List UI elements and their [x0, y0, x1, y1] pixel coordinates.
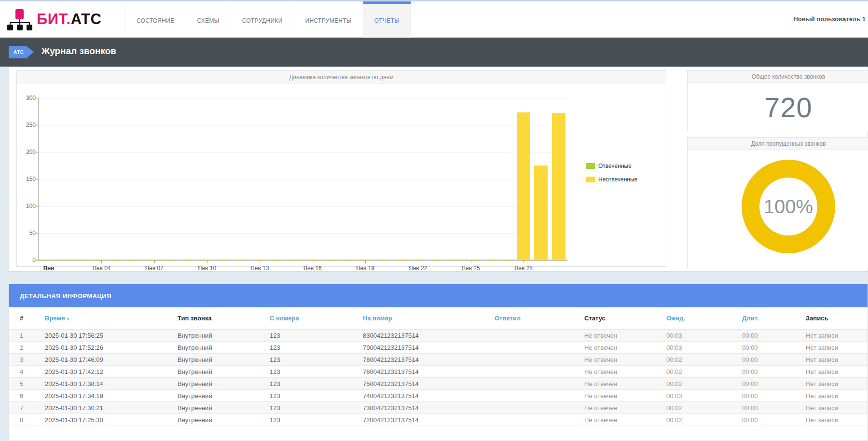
column-header-to[interactable]: На номер	[352, 315, 484, 322]
chart-title: Динамика количества звонков по дням	[17, 71, 666, 83]
gridline-y-150	[39, 179, 567, 179]
cell-wait: 00:03	[656, 332, 731, 339]
cell-status: Не отвечен	[574, 392, 656, 400]
column-header-num: #	[9, 315, 34, 322]
x-tick-5	[313, 261, 313, 263]
cell-duration: 00:00	[731, 416, 795, 424]
y-axis-label-0: 0	[18, 257, 36, 263]
nav-tab-0[interactable]: СОСТОЯНИЕ	[125, 1, 186, 38]
call-log-header-row: #Время▿Тип звонкаС номераНа номерОтветил…	[9, 307, 868, 330]
x-axis-label-4: Янв 13	[250, 265, 269, 272]
x-axis-label-9: Янв 28	[514, 265, 533, 272]
nav-tab-2[interactable]: СОТРУДНИКИ	[231, 1, 294, 38]
x-tick-2	[154, 261, 155, 263]
column-header-duration[interactable]: Длит.	[731, 315, 795, 322]
legend-label-0: Отвеченные	[598, 163, 632, 169]
y-axis-label-200: 200	[18, 149, 36, 155]
cell-status: Не отвечен	[574, 344, 656, 351]
calls-by-day-chart-panel: Динамика количества звонков по дням 0501…	[16, 70, 666, 267]
legend-item-0[interactable]: Отвеченные	[586, 163, 637, 169]
table-row-3[interactable]: 32025-01-30 17:46:09Внутренний1237800421…	[9, 354, 868, 366]
user-menu[interactable]: Новый пользователь 1	[793, 15, 866, 23]
cell-to: 7800421232137514	[352, 356, 484, 363]
bar-неотвеченные-day-29[interactable]	[534, 165, 548, 260]
org-chart-logo-icon	[7, 8, 32, 30]
column-header-wait[interactable]: Ожид.	[656, 315, 731, 322]
cell-record: Нет записи	[795, 344, 868, 351]
column-header-label-duration: Длит.	[742, 315, 758, 322]
x-axis-label-0: Янв	[43, 265, 54, 272]
missed-share-card: Доля пропущенных звонков 100%	[687, 137, 868, 268]
cell-type: Внутренний	[167, 404, 259, 412]
x-axis-label-8: Янв 25	[461, 265, 480, 272]
cell-from: 123	[259, 332, 352, 339]
cell-status: Не отвечен	[574, 368, 656, 375]
cell-record: Нет записи	[795, 380, 868, 387]
bar-chart-plot-area: 050100150200250300ЯнвЯнв 04Янв 07Янв 10Я…	[38, 98, 567, 260]
cell-from: 123	[259, 416, 352, 424]
column-header-label-record: Запись	[806, 315, 828, 322]
cell-type: Внутренний	[167, 368, 259, 375]
table-row-2[interactable]: 22025-01-30 17:52:26Внутренний1237900421…	[9, 342, 868, 354]
cell-from: 123	[259, 380, 352, 387]
x-axis-label-7: Янв 22	[409, 265, 427, 272]
cell-num: 1	[9, 332, 34, 339]
nav-tab-4-active[interactable]: ОТЧЕТЫ	[363, 1, 411, 38]
cell-wait: 00:03	[656, 344, 731, 351]
app-header: БИТ.АТС СОСТОЯНИЕСХЕМЫСОТРУДНИКИИНСТРУМЕ…	[0, 1, 868, 38]
table-row-6[interactable]: 62025-01-30 17:34:19Внутренний1237400421…	[9, 390, 868, 402]
table-row-5[interactable]: 52025-01-30 17:38:14Внутренний1237500421…	[9, 378, 868, 390]
nav-tab-3[interactable]: ИНСТРУМЕНТЫ	[294, 1, 363, 38]
cell-num: 8	[9, 416, 34, 424]
cell-wait: 00:02	[656, 416, 731, 424]
table-row-1[interactable]: 12025-01-30 17:56:25Внутренний1238300421…	[9, 330, 868, 342]
cell-time: 2025-01-30 17:56:25	[34, 332, 167, 339]
cell-to: 7400421232137514	[352, 392, 484, 400]
gridline-y-100	[39, 206, 567, 207]
bar-неотвеченные-day-30[interactable]	[552, 113, 565, 260]
legend-label-1: Неотвеченные	[598, 176, 637, 183]
brand-text-black: АТС	[71, 11, 102, 28]
y-tick-200	[36, 152, 39, 152]
cell-time: 2025-01-30 17:38:14	[34, 380, 167, 387]
cell-time: 2025-01-30 17:42:12	[34, 368, 167, 375]
bar-неотвеченные-day-28[interactable]	[517, 112, 530, 260]
cell-record: Нет записи	[795, 332, 868, 339]
x-tick-7	[418, 261, 418, 263]
column-header-answered[interactable]: Ответил	[484, 315, 574, 322]
cell-duration: 00:00	[731, 380, 795, 387]
x-axis-label-2: Янв 07	[145, 265, 163, 272]
table-row-4[interactable]: 42025-01-30 17:42:12Внутренний1237600421…	[9, 366, 868, 378]
x-tick-9	[524, 261, 524, 263]
cell-duration: 00:00	[731, 404, 795, 412]
app-logo[interactable]: БИТ.АТС	[7, 8, 101, 30]
column-header-time[interactable]: Время▿	[34, 315, 167, 322]
legend-item-1[interactable]: Неотвеченные	[586, 176, 637, 183]
cell-type: Внутренний	[167, 356, 259, 363]
x-tick-1	[101, 261, 102, 263]
total-calls-title: Общее количество звонков	[688, 70, 868, 83]
table-row-8[interactable]: 82025-01-30 17:25:30Внутренний1237200421…	[9, 414, 868, 426]
column-header-from[interactable]: С номера	[259, 315, 352, 322]
y-tick-300	[36, 98, 39, 98]
table-row-7[interactable]: 72025-01-30 17:30:21Внутренний1237300421…	[9, 402, 868, 414]
x-axis-label-3: Янв 10	[198, 265, 216, 272]
cell-time: 2025-01-30 17:30:21	[34, 404, 167, 412]
legend-swatch-1	[586, 177, 595, 182]
column-header-label-answered: Ответил	[495, 315, 521, 322]
x-tick-4	[260, 261, 260, 263]
cell-record: Нет записи	[795, 368, 868, 375]
x-axis-label-1: Янв 04	[92, 265, 110, 272]
column-header-label-time: Время	[45, 315, 65, 322]
cell-status: Не отвечен	[574, 380, 656, 387]
x-axis-baseline	[39, 260, 567, 261]
ats-badge: АТС	[9, 46, 34, 58]
cell-duration: 00:00	[731, 392, 795, 400]
cell-duration: 00:00	[731, 332, 795, 339]
y-tick-100	[36, 206, 39, 207]
gridline-y-50	[39, 233, 567, 234]
x-tick-0	[49, 261, 49, 263]
cell-type: Внутренний	[167, 344, 259, 351]
nav-tab-1[interactable]: СХЕМЫ	[186, 1, 231, 38]
cell-record: Нет записи	[795, 404, 868, 412]
